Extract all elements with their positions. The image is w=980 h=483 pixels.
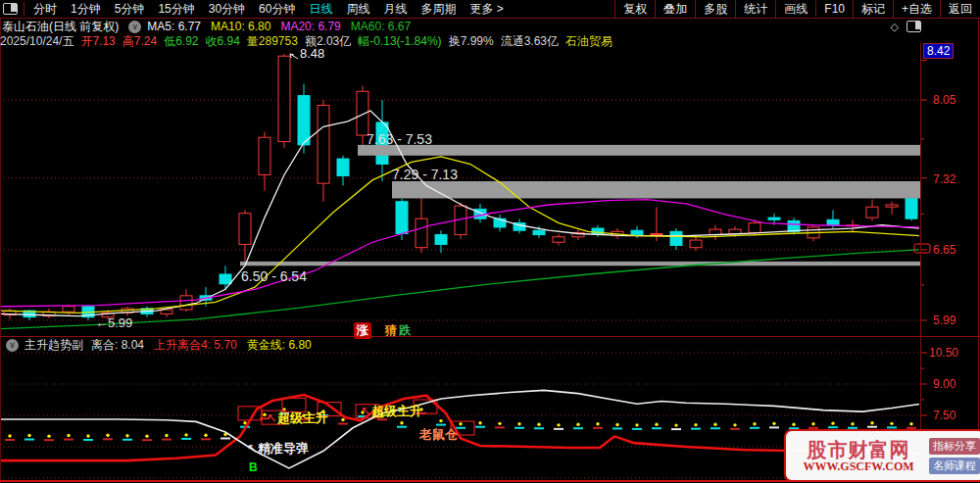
watermark-badges: 指标分享 名师课程 (929, 438, 980, 474)
tab-more[interactable]: 更多 > (463, 0, 510, 19)
tab-15min[interactable]: 15分钟 (151, 0, 201, 19)
chevron-down-icon[interactable]: ∨ (128, 21, 141, 33)
fuquan-button[interactable]: 复权 (614, 0, 655, 19)
layout-icon[interactable] (3, 3, 18, 15)
signal-precise-missile: ↖精准导弹 (247, 440, 309, 458)
arrow-icon: ↖ (361, 404, 371, 418)
quote-sector[interactable]: 石油贸易 (565, 33, 612, 50)
watermark-badge-course: 名师课程 (929, 458, 980, 474)
axis-price-2: 7.32 (933, 172, 980, 186)
watermark-text: 股市财富网 WWW.GSCFW.COM (790, 439, 927, 473)
quote-low: 低6.92 (164, 33, 198, 50)
quote-close: 收6.94 (205, 33, 239, 50)
ma60-value: MA60: 6.67 (351, 20, 411, 33)
guess-updown-widget: 涨 猜 跌 (354, 322, 411, 339)
mark-button[interactable]: 标记 (853, 0, 893, 19)
indicator-value-huangjin: 黄金线: 6.80 (247, 337, 312, 354)
watermark-badge-indicator: 指标分享 (929, 438, 980, 455)
tab-multiperiod[interactable]: 多周期 (414, 0, 463, 19)
axis-separator (920, 43, 921, 481)
quote-date: 2025/10/24/五 (0, 33, 74, 50)
gap-label-3: 6.50 - 6.54 (241, 268, 307, 284)
indicator-value-shangsheng: 上升离合4: 5.70 (154, 337, 237, 354)
arrow-icon: ↖ (267, 411, 277, 425)
left-border (0, 0, 1, 483)
ma5-value: MA5: 6.77 (147, 20, 201, 33)
signal-super-rally-2: ↖超级主升 (361, 403, 422, 420)
indicator-value-lihe: 离合: 8.04 (91, 337, 144, 354)
tab-60min[interactable]: 60分钟 (252, 0, 302, 19)
f10-button[interactable]: F10 (815, 1, 853, 17)
signal-buy-marker: B (249, 460, 258, 474)
signal-rat-position: 老鼠仓 (419, 426, 458, 444)
divider (24, 2, 24, 16)
axis-price-1: 8.05 (933, 93, 980, 107)
watermark-box: 股市财富网 WWW.GSCFW.COM 指标分享 名师课程 (784, 429, 980, 482)
indicator-chevron-icon[interactable]: ∨ (6, 339, 19, 352)
indicator-header: ∨ 主升趋势副 离合: 8.04 上升离合4: 5.70 黄金线: 6.80 (0, 338, 980, 353)
gap-label-1: 7.63 - 7.53 (367, 131, 432, 147)
drawline-button[interactable]: 画线 (775, 0, 815, 19)
quote-open: 开7.13 (80, 33, 115, 50)
sub-axis-3: 7.50 (933, 409, 980, 422)
sub-axis-2: 9.00 (933, 377, 980, 391)
tab-1min[interactable]: 1分钟 (64, 0, 108, 19)
stats-button[interactable]: 统计 (735, 0, 775, 19)
split-view-icon[interactable] (906, 21, 921, 32)
tab-monthly[interactable]: 月线 (376, 0, 414, 19)
guess-label: 猜 (385, 322, 397, 339)
quote-turnover: 换7.99% (449, 33, 494, 50)
axis-price-3: 6.65 (933, 243, 980, 257)
axis-price-4: 5.99 (933, 314, 980, 327)
multistock-button[interactable]: 多股 (695, 0, 735, 19)
quote-amount: 额2.03亿 (305, 33, 351, 50)
low-price-label: ←5.99 (95, 315, 132, 330)
pane-divider (0, 336, 980, 337)
quote-info-bar: 2025/10/24/五 开7.13 高7.24 低6.92 收6.94 量28… (0, 34, 980, 48)
tab-fenshi[interactable]: 分时 (26, 0, 64, 19)
indicator-name[interactable]: 主升趋势副 (24, 337, 83, 354)
signal-super-rally-1: ↖超级主升 (267, 410, 328, 427)
arrow-icon: ↖ (247, 441, 258, 456)
ma10-value: MA10: 6.80 (211, 20, 270, 33)
quote-volume: 量289753 (247, 33, 298, 50)
tab-5min[interactable]: 5分钟 (108, 0, 152, 19)
quote-high: 高7.24 (122, 33, 157, 50)
period-toolbar: 分时 1分钟 5分钟 15分钟 30分钟 60分钟 日线 周线 月线 多周期 更… (0, 0, 980, 19)
diamond-icon[interactable]: ◇ (891, 21, 899, 33)
ma20-value: MA20: 6.79 (280, 20, 340, 33)
guess-down-button[interactable]: 跌 (399, 322, 411, 339)
gap-label-2: 7.29 - 7.13 (392, 167, 458, 182)
quote-float: 流通3.63亿 (501, 33, 559, 50)
price-chart-canvas (0, 0, 980, 483)
quote-change: 幅-0.13(-1.84%) (358, 33, 441, 50)
guess-up-button[interactable]: 涨 (354, 322, 371, 339)
trading-app-window: 分时 1分钟 5分钟 15分钟 30分钟 60分钟 日线 周线 月线 多周期 更… (0, 0, 980, 483)
add-watchlist-button[interactable]: +自选 (893, 0, 940, 19)
back-button[interactable]: 返回 (940, 0, 980, 19)
overlay-button[interactable]: 叠加 (655, 0, 695, 19)
watermark-url: WWW.GSCFW.COM (790, 460, 927, 473)
tab-weekly[interactable]: 周线 (339, 0, 376, 19)
tab-daily[interactable]: 日线 (302, 0, 339, 19)
tab-30min[interactable]: 30分钟 (202, 0, 252, 19)
watermark-site-name: 股市财富网 (790, 439, 927, 460)
